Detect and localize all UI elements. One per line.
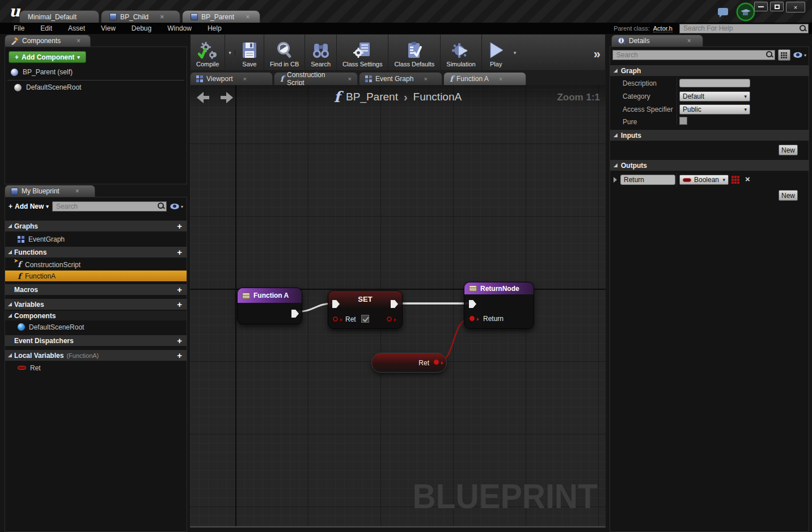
compile-button[interactable]: Compile [191,35,225,70]
add-local-variable-button[interactable]: + [177,351,182,360]
property-matrix-button[interactable] [778,49,790,61]
delete-output-button[interactable]: × [745,174,750,184]
save-button[interactable]: Save [235,35,264,70]
access-specifier-dropdown[interactable]: Public ▾ [679,104,750,115]
component-row-self[interactable]: BP_Parent (self) [5,66,187,78]
tab-construction-script[interactable]: f Construction Script × [274,72,358,85]
tab-bp-parent[interactable]: BP_Parent × [182,10,260,23]
graphs-section-header[interactable]: Graphs + [5,221,187,231]
menu-view[interactable]: View [93,24,124,32]
menu-window[interactable]: Window [159,24,200,32]
new-input-button[interactable]: New [779,145,798,155]
tab-viewport[interactable]: Viewport × [190,72,273,85]
boolean-value-checkbox[interactable] [361,315,369,323]
tab-function-a[interactable]: f Function A × [443,72,526,85]
visibility-filter-button[interactable]: ▾ [170,204,183,209]
tab-minimal-default[interactable]: Minimal_Default [19,10,99,23]
close-icon[interactable]: × [243,75,246,82]
category-dropdown[interactable]: Default ▾ [679,91,750,102]
boolean-output-pin[interactable] [434,360,439,365]
minimize-button[interactable] [754,2,768,11]
my-blueprint-panel-tab[interactable]: My Blueprint × [5,185,95,197]
output-name-field[interactable] [620,175,675,185]
breadcrumb-leaf[interactable]: FunctionA [413,91,462,103]
add-dispatcher-button[interactable]: + [177,336,182,345]
add-new-button[interactable]: + Add New ▾ [9,202,49,210]
graph-section-header[interactable]: Graph [610,65,809,76]
menu-edit[interactable]: Edit [32,24,60,32]
functions-section-header[interactable]: Functions + [5,247,187,257]
my-blueprint-search-input[interactable] [52,201,167,212]
breadcrumb-root[interactable]: BP_Parent [346,91,398,103]
menu-debug[interactable]: Debug [124,24,159,32]
boolean-input-pin[interactable] [333,316,338,322]
details-search-input[interactable] [612,50,775,60]
exec-output-pin[interactable] [291,310,299,318]
tab-bp-child[interactable]: BP_Child × [101,10,180,23]
container-type-button[interactable] [731,176,739,184]
variables-section-header[interactable]: Variables + [5,299,187,310]
toolbar-overflow-button[interactable]: » [594,47,600,62]
exec-input-pin[interactable] [469,300,476,308]
boolean-return-pin[interactable] [470,316,475,321]
node-function-a[interactable]: Function A [237,288,302,324]
maximize-button[interactable] [770,2,784,11]
parent-class-link[interactable]: Actor.h [653,25,673,32]
tutorial-icon[interactable] [736,2,755,22]
tab-label: Event Graph [375,75,413,83]
boolean-output-pin[interactable] [387,316,392,322]
search-button[interactable]: Search [305,35,337,70]
close-icon[interactable]: × [75,187,79,195]
class-defaults-button[interactable]: Class Defaults [388,35,441,70]
event-dispatchers-section-header[interactable]: Event Dispatchers + [5,335,187,346]
play-options-dropdown[interactable]: ▾ [510,50,520,56]
close-icon[interactable]: × [687,37,691,45]
close-window-button[interactable]: × [786,2,805,12]
close-icon[interactable]: × [246,12,250,21]
menu-help[interactable]: Help [200,24,230,32]
variables-components-subheader[interactable]: Components [5,311,187,320]
close-icon[interactable]: × [77,37,81,45]
component-row-scene-root[interactable]: DefaultSceneRoot [5,81,187,94]
feedback-icon[interactable] [718,8,728,15]
event-graph-item[interactable]: EventGraph [5,234,187,244]
local-variables-section-header[interactable]: Local Variables (FunctionA) + [5,350,187,361]
add-variable-button[interactable]: + [177,299,182,309]
output-row-expander[interactable] [614,177,617,183]
macros-section-header[interactable]: Macros + [5,284,187,295]
graph-canvas[interactable]: f BP_Parent › FunctionA Zoom 1:1 Functio… [190,85,606,527]
simulation-button[interactable]: Simulation [441,35,481,70]
pure-checkbox[interactable] [679,117,687,125]
find-in-cb-button[interactable]: Find in CB [264,35,305,70]
menu-asset[interactable]: Asset [60,24,93,32]
add-graph-button[interactable]: + [177,221,182,231]
tab-event-graph[interactable]: Event Graph × [359,72,442,85]
class-settings-button[interactable]: Class Settings [337,35,388,70]
help-search-input[interactable] [679,24,809,33]
add-function-button[interactable]: + [177,247,182,257]
close-icon[interactable]: × [424,75,427,82]
scene-root-variable-item[interactable]: DefaultSceneRoot [5,322,187,332]
close-icon[interactable]: × [160,12,164,21]
function-a-item-selected[interactable]: f FunctionA [5,271,187,281]
node-ret-variable[interactable]: Ret [371,353,447,373]
ret-variable-item[interactable]: Ret [5,362,187,373]
compile-options-dropdown[interactable]: ▾ [225,50,235,56]
add-macro-button[interactable]: + [177,285,182,294]
play-button[interactable]: Play [482,35,510,70]
close-icon[interactable]: × [348,75,352,82]
construction-script-item[interactable]: f ➤ ConstructionScript [5,259,187,270]
inputs-section-header[interactable]: Inputs [610,130,809,141]
close-icon[interactable]: × [499,75,502,82]
output-type-dropdown[interactable]: Boolean ▾ [679,175,729,185]
description-field[interactable] [679,79,750,87]
details-panel-tab[interactable]: Details × [611,35,703,47]
outputs-section-header[interactable]: Outputs [610,160,809,171]
menu-file[interactable]: File [6,24,32,32]
details-view-options-button[interactable]: ▾ [793,52,806,58]
add-component-button[interactable]: + Add Component ▾ [9,51,86,63]
components-panel-tab[interactable]: Components × [5,35,91,47]
node-set-ret[interactable]: SET Ret [328,290,403,329]
new-output-button[interactable]: New [779,190,798,201]
node-return[interactable]: ReturnNode Return [464,282,534,329]
